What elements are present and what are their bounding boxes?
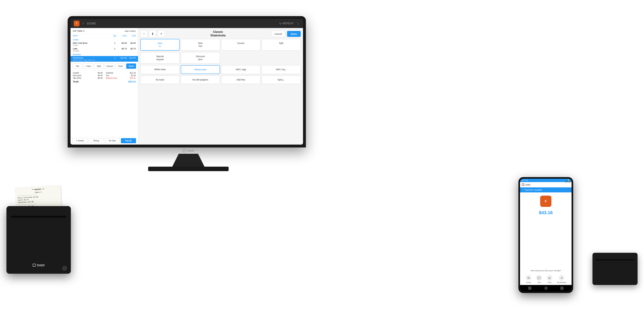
nav-back[interactable]: ‹ [528, 286, 531, 290]
payment-complete-banner: ✓ Payment complete [520, 188, 572, 192]
dine-in-button[interactable]: DineIn [140, 39, 180, 50]
mobile-brand-logo: F [540, 196, 552, 207]
add-feta-button[interactable]: Add feta [221, 76, 260, 84]
order-item-nitro[interactable]: Nitro Cold BrewCream 1 $3.50 $3.50 [70, 41, 138, 47]
total-row: Total: $23.31 [73, 80, 136, 83]
receipt-options: ✉ Email 💬 Text 🖨 Print ✕ No Receipt [520, 274, 572, 285]
email-icon: ✉ [526, 275, 532, 281]
split-modifier-button[interactable]: Split [262, 39, 301, 50]
no-bell-peppers-button[interactable]: No bell peppers [181, 76, 220, 84]
order-totals: Credits: $0.00 Discounts: $0.00 Tips (0%… [70, 70, 138, 84]
order-number: #49 [73, 30, 76, 32]
order-header: #49 Table 3 Juan Carlos [70, 28, 138, 34]
credits-row: Credits: $0.00 [73, 72, 103, 74]
tax-row: Tax: $1.06 [106, 74, 136, 77]
order-item-shakshuka[interactable]: ShakshukaWheat, Add 1 Egg, Add Feta 1 $1… [70, 56, 138, 62]
text-receipt-option[interactable]: 💬 Text [536, 275, 542, 283]
item-name-display: ClassicShakshuka [166, 30, 270, 37]
nav-recent[interactable]: □ [560, 286, 564, 290]
monitor-frame: T ✓ DONE ↻ REPEAT ⋮ [68, 16, 306, 148]
order-footer: 1 Guests Dining No Sale Pay ($) [70, 137, 138, 144]
check-icon: ✓ [522, 189, 524, 191]
nav-home[interactable]: ● [544, 286, 548, 290]
subtotal-row: Subtotal: $22.25 [106, 72, 136, 74]
repeat-button[interactable]: ↻ REPEAT [279, 22, 294, 25]
order-item-latte[interactable]: LatteOat Milk 1 $5.75 $5.75 [70, 47, 138, 52]
send-button[interactable]: Send [126, 64, 136, 69]
quantity-decrease-button[interactable]: − [140, 30, 148, 37]
mobile-nav: ‹ ● □ [520, 285, 572, 292]
discounts-row: Discounts: $0.00 [73, 74, 103, 77]
item-top-row: − 1 + ClassicShakshuka Cancel Done [140, 30, 301, 37]
no-receipt-option[interactable]: ✕ No Receipt [557, 275, 566, 283]
monitor-brand: toast [68, 148, 309, 154]
balance-due-row: Balance Due: $23.31 [106, 77, 136, 79]
printer-slot [11, 216, 66, 218]
print-receipt-option[interactable]: 🖨 Print [546, 275, 552, 283]
col-total: Total [127, 34, 136, 37]
quantity-display: 1 [149, 30, 156, 37]
col-name: Name [73, 34, 112, 37]
done-label[interactable]: DONE [87, 22, 96, 25]
printer-body: toast [6, 206, 71, 274]
no-toast-button[interactable]: No toast [140, 76, 180, 84]
printer-left: ** RECEIPT ** Table 3 ------------------… [6, 206, 74, 290]
item-name-shakshuka: ShakshukaWheat, Add 1 Egg, Add Feta [73, 57, 112, 61]
discount-item-button[interactable]: Discountitem [181, 52, 220, 64]
server-name: Juan Carlos [124, 30, 136, 32]
order-info: #49 Table 3 [73, 30, 84, 32]
mobile-toast-logo: toast [520, 182, 572, 188]
mobile-device: ((●)) ▲ 7:14 🔋 toast ✓ Payment complete … [518, 177, 573, 293]
toast-options-grid: White toast Wheat toast Add 1 egg Add 2 … [140, 65, 301, 74]
printer-right-slot [596, 259, 634, 260]
item-done-button[interactable]: Done [287, 31, 301, 37]
course-button[interactable]: Course [221, 39, 260, 50]
checkmark-icon: ✓ [82, 22, 84, 25]
other-options-grid: No toast No bell peppers Add feta Spicy.… [140, 76, 301, 84]
tips-row: Tips (0%): $0.00 [73, 77, 103, 79]
order-columns: Name Qty Each Total [70, 34, 138, 38]
dining-style-grid: DineIn DineOut Course Split [140, 39, 301, 50]
add-2-eggs-button[interactable]: Add 2 eg... [262, 65, 301, 74]
monitor-base [148, 167, 228, 171]
item-cancel-button[interactable]: Cancel [271, 31, 286, 37]
item-name-latte: LatteOat Milk [73, 48, 112, 52]
add-1-egg-button[interactable]: Add 1 egg [221, 65, 260, 74]
quantity-increase-button[interactable]: + [158, 30, 165, 37]
guests-button[interactable]: 1 Guests [72, 138, 88, 143]
split-button[interactable]: Split [94, 64, 104, 69]
monitor-stand [172, 154, 204, 167]
receipt-question: How would you like your receipt? [520, 269, 572, 272]
text-icon: 💬 [536, 275, 542, 281]
no-sale-button[interactable]: No Sale [105, 138, 120, 143]
print-icon: 🖨 [546, 275, 552, 281]
payment-amount: $43.16 [520, 210, 572, 215]
hold-button[interactable]: Hold [116, 64, 125, 69]
category-breakfast: Breakfast [70, 52, 138, 56]
cancel-button[interactable]: Cancel [105, 64, 114, 69]
pos-topbar: T ✓ DONE ↻ REPEAT ⋮ [70, 19, 303, 28]
special-request-button[interactable]: Specialrequest [140, 52, 180, 64]
item-name-nitro: Nitro Cold BrewCream [73, 42, 112, 46]
order-actions: Tab + Item Split Cancel Hold Send [70, 62, 138, 70]
monitor: T ✓ DONE ↻ REPEAT ⋮ [68, 16, 309, 171]
col-each: Each [118, 34, 127, 37]
tab-button[interactable]: Tab [72, 64, 82, 69]
wheat-toast-button[interactable]: Wheat toast [181, 65, 220, 74]
spicy-button[interactable]: Spicy... [262, 76, 301, 84]
printer-right-body [592, 253, 638, 285]
dining-button[interactable]: Dining [88, 138, 104, 143]
add-item-button[interactable]: + Item [83, 64, 93, 69]
monitor-screen: T ✓ DONE ↻ REPEAT ⋮ [70, 19, 303, 144]
repeat-icon: ↻ [279, 22, 282, 25]
dine-out-button[interactable]: DineOut [181, 39, 220, 50]
white-toast-button[interactable]: White toast [140, 65, 180, 74]
toast-logo: T [74, 20, 80, 26]
mobile-screen: ▲ 7:14 🔋 toast ✓ Payment complete F $43.… [520, 179, 572, 292]
pay-button[interactable]: Pay ($) [121, 138, 136, 143]
signal-icon: ▲ 7:14 [522, 179, 528, 182]
email-receipt-option[interactable]: ✉ Email [526, 275, 532, 283]
item-customization-panel: − 1 + ClassicShakshuka Cancel Done DineI… [138, 28, 303, 144]
power-button[interactable] [62, 266, 67, 270]
more-options-icon[interactable]: ⋮ [296, 22, 300, 26]
